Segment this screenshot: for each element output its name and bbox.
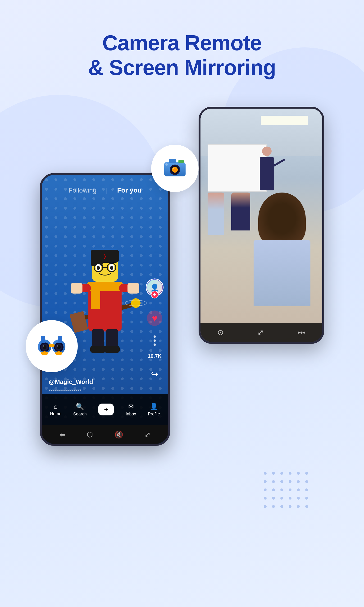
nav-search-label: Search: [73, 412, 87, 417]
svg-point-25: [55, 351, 62, 355]
dot: [305, 472, 308, 475]
svg-point-15: [43, 345, 44, 347]
svg-point-9: [165, 163, 168, 166]
dot: [305, 488, 308, 491]
follow-plus-badge[interactable]: +: [151, 291, 158, 299]
dot: [280, 505, 283, 508]
nav-create-button[interactable]: +: [98, 404, 114, 415]
dot: [297, 480, 300, 483]
svg-rect-46: [92, 329, 104, 348]
teacher-head: [262, 146, 272, 156]
dot: [280, 488, 283, 491]
svg-rect-48: [90, 346, 106, 353]
svg-point-8: [172, 168, 174, 169]
action-buttons: 👤 + ♥ 10.7K: [146, 279, 164, 382]
recents-icon[interactable]: ⬡: [87, 430, 93, 439]
right-expand-icon[interactable]: ⤢: [257, 328, 264, 337]
phones-container: Following | For you 👤 + ♥: [40, 107, 324, 557]
creator-avatar[interactable]: 👤 +: [146, 279, 164, 296]
svg-rect-47: [106, 329, 118, 348]
dot: [264, 488, 267, 491]
svg-point-20: [57, 345, 58, 347]
title-line1: Camera Remote: [0, 31, 364, 55]
dot: [289, 497, 291, 500]
nav-profile[interactable]: 👤 Profile: [148, 403, 160, 417]
binoculars-icon-bubble: [26, 320, 78, 372]
camera-icon-bubble: [151, 145, 199, 192]
dot: [272, 488, 275, 491]
header: Camera Remote & Screen Mirroring: [0, 0, 364, 80]
nav-profile-label: Profile: [148, 412, 160, 417]
svg-rect-38: [97, 250, 102, 257]
nav-inbox[interactable]: ✉ Inbox: [126, 403, 136, 417]
teacher-arm: [272, 159, 285, 167]
dot: [297, 472, 300, 475]
tab-following[interactable]: Following: [68, 187, 96, 194]
dot: [280, 497, 283, 500]
dot: [272, 497, 275, 500]
ceiling-light: [261, 116, 308, 125]
dot: [297, 488, 300, 491]
dot: [289, 505, 291, 508]
creator-username[interactable]: @Magic_World: [49, 378, 142, 385]
binoculars-icon: [36, 330, 67, 363]
search-icon: 🔍: [76, 403, 84, 410]
dots-decoration: [264, 472, 310, 510]
svg-rect-29: [87, 282, 123, 291]
svg-rect-34: [128, 283, 139, 293]
fullscreen-icon[interactable]: ⤢: [144, 430, 151, 439]
tab-separator: |: [106, 187, 108, 194]
dot: [264, 480, 267, 483]
video-description: ****************: [49, 388, 142, 394]
dot: [264, 497, 267, 500]
nav-search[interactable]: 🔍 Search: [73, 403, 87, 417]
dot: [305, 480, 308, 483]
svg-rect-30: [91, 290, 100, 309]
page-title: Camera Remote & Screen Mirroring: [0, 31, 364, 80]
classroom-scene: [200, 109, 322, 342]
volume-icon[interactable]: 🔇: [115, 430, 123, 439]
more-options-button[interactable]: [154, 335, 156, 346]
svg-rect-22: [41, 336, 45, 343]
right-phone-system-bar: ⊙ ⤢ •••: [200, 323, 322, 342]
profile-icon: 👤: [150, 403, 158, 410]
svg-rect-27: [70, 311, 88, 333]
dot: [272, 480, 275, 483]
svg-point-42: [110, 266, 113, 270]
back-icon[interactable]: ⬅: [60, 430, 65, 439]
student-hair: [258, 193, 306, 245]
svg-rect-23: [58, 336, 62, 343]
tab-for-you[interactable]: For you: [117, 187, 142, 194]
dot: [305, 497, 308, 500]
dot: [264, 472, 267, 475]
dot: [272, 505, 275, 508]
dot: [289, 472, 291, 475]
camera-icon: [162, 153, 188, 184]
dot: [289, 488, 291, 491]
svg-rect-32: [71, 283, 82, 293]
right-phone: ⊙ ⤢ •••: [199, 107, 324, 344]
svg-rect-2: [169, 159, 176, 163]
like-button[interactable]: ♥: [147, 311, 162, 326]
students-area: [200, 176, 322, 318]
svg-point-24: [41, 351, 48, 355]
dot: [305, 505, 308, 508]
share-button[interactable]: ↪: [147, 366, 162, 382]
left-phone-screen: Following | For you 👤 + ♥: [42, 175, 168, 444]
svg-point-50: [131, 298, 141, 308]
dot: [280, 472, 283, 475]
nav-home[interactable]: ⌂ Home: [50, 403, 61, 416]
inbox-icon: ✉: [128, 403, 134, 410]
left-phone: Following | For you 👤 + ♥: [40, 173, 170, 446]
plus-icon: +: [104, 406, 108, 413]
nav-home-label: Home: [50, 411, 61, 416]
video-info: @Magic_World ****************: [49, 378, 142, 394]
svg-rect-49: [104, 346, 120, 353]
dot: [297, 505, 300, 508]
right-camera-icon[interactable]: ⊙: [217, 328, 224, 337]
right-more-icon[interactable]: •••: [298, 328, 305, 337]
share-icon: ↪: [147, 366, 162, 382]
dot: [297, 497, 300, 500]
bottom-navigation: ⌂ Home 🔍 Search + ✉ Inbox 👤 Profile: [42, 394, 168, 425]
title-line2: & Screen Mirroring: [0, 55, 364, 80]
